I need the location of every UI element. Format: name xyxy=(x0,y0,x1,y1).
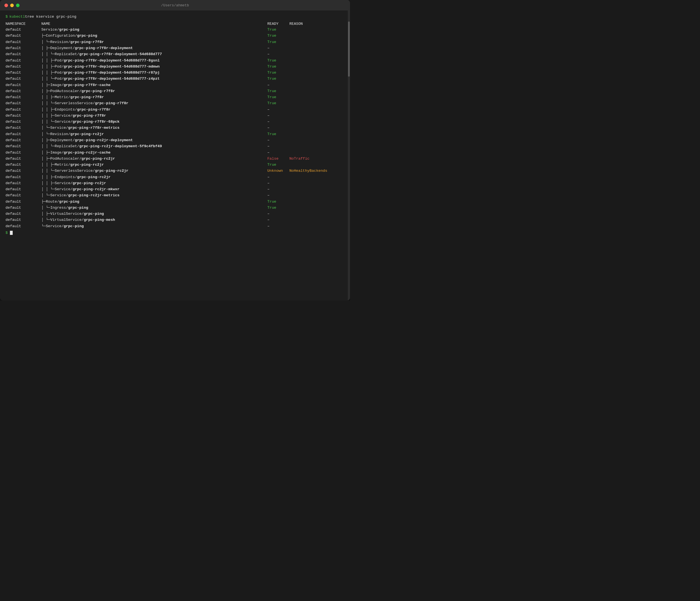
row-name: │ ├─Image/grpc-ping-r7f8r-cache xyxy=(41,82,267,88)
table-row: default└─Service/grpc-ping– xyxy=(5,223,345,230)
row-name: │ ├─Image/grpc-ping-rc2jr-cache xyxy=(41,150,267,156)
row-namespace: default xyxy=(5,180,41,186)
row-namespace: default xyxy=(5,168,41,174)
table-row: defaultService/grpc-pingTrue xyxy=(5,27,345,33)
row-reason xyxy=(290,88,345,94)
row-name: │ └─VirtualService/grpc-ping-mesh xyxy=(41,217,267,223)
row-namespace: default xyxy=(5,88,41,94)
row-ready: True xyxy=(267,70,290,76)
table-row: default│ │ └─Service/grpc-ping-r7f8r-68p… xyxy=(5,119,345,125)
row-reason xyxy=(290,186,345,192)
table-row: default│ ├─PodAutoscaler/grpc-ping-r7f8r… xyxy=(5,88,345,94)
row-namespace: default xyxy=(5,162,41,168)
table-row: default│ │ └─ReplicaSet/grpc-ping-rc2jr-… xyxy=(5,143,345,149)
row-ready: – xyxy=(267,150,290,156)
row-name: │ └─Service/grpc-ping-rc2jr-metrics xyxy=(41,192,267,198)
row-name: │ │ ├─Metric/grpc-ping-rc2jr xyxy=(41,162,267,168)
row-ready: True xyxy=(267,76,290,82)
row-reason xyxy=(290,199,345,205)
maximize-button[interactable] xyxy=(16,4,20,7)
row-reason xyxy=(290,150,345,156)
row-reason xyxy=(290,217,345,223)
row-reason xyxy=(290,57,345,64)
row-name: │ └─Service/grpc-ping-r7f8r-metrics xyxy=(41,125,267,131)
row-name: │ │ └─ServerlessService/grpc-ping-rc2jr xyxy=(41,168,267,174)
row-ready: – xyxy=(267,119,290,125)
row-reason xyxy=(290,70,345,76)
row-ready: – xyxy=(267,186,290,192)
row-reason xyxy=(290,211,345,217)
row-ready: True xyxy=(267,131,290,137)
terminal-window: /Users/ahmetb $ kubectl tree kservice gr… xyxy=(0,0,350,300)
row-ready: True xyxy=(267,205,290,211)
window-title: /Users/ahmetb xyxy=(161,3,189,7)
table-row: default│ │ └─ReplicaSet/grpc-ping-r7f8r-… xyxy=(5,51,345,57)
command-args: tree kservice grpc-ping xyxy=(25,14,76,20)
row-name: │ │ ├─Endpoints/grpc-ping-rc2jr xyxy=(41,174,267,180)
row-name: │ │ └─ServerlessService/grpc-ping-r7f8r xyxy=(41,100,267,106)
table-row: default│ └─Revision/grpc-ping-rc2jrTrue xyxy=(5,131,345,137)
table-row: default│ │ ├─Metric/grpc-ping-r7f8rTrue xyxy=(5,94,345,100)
row-ready: True xyxy=(267,94,290,100)
table-row: default│ └─VirtualService/grpc-ping-mesh… xyxy=(5,217,345,223)
table-row: default│ └─Service/grpc-ping-r7f8r-metri… xyxy=(5,125,345,131)
row-ready: – xyxy=(267,192,290,198)
row-name: │ └─Revision/grpc-ping-r7f8r xyxy=(41,39,267,45)
row-ready: – xyxy=(267,223,290,230)
row-reason xyxy=(290,131,345,137)
scrollbar[interactable] xyxy=(348,10,350,300)
row-reason: NoHealthyBackends xyxy=(290,168,345,174)
row-namespace: default xyxy=(5,150,41,156)
row-ready: – xyxy=(267,180,290,186)
prompt-symbol: $ xyxy=(5,14,8,20)
row-reason xyxy=(290,64,345,70)
row-namespace: default xyxy=(5,82,41,88)
table-row: default│ └─Ingress/grpc-pingTrue xyxy=(5,205,345,211)
table-row: default│ ├─Image/grpc-ping-r7f8r-cache– xyxy=(5,82,345,88)
scrollbar-thumb[interactable] xyxy=(348,22,350,77)
row-namespace: default xyxy=(5,100,41,106)
header-ready: READY xyxy=(267,21,290,27)
row-namespace: default xyxy=(5,131,41,137)
table-row: default│ ├─Image/grpc-ping-rc2jr-cache– xyxy=(5,150,345,156)
row-reason xyxy=(290,94,345,100)
row-reason xyxy=(290,113,345,119)
row-reason xyxy=(290,143,345,149)
row-ready: – xyxy=(267,143,290,149)
row-reason xyxy=(290,39,345,45)
row-name: │ ├─PodAutoscaler/grpc-ping-rc2jr xyxy=(41,156,267,162)
row-name: │ │ ├─Pod/grpc-ping-r7f8r-deployment-54d… xyxy=(41,70,267,76)
table-rows: defaultService/grpc-pingTruedefault├─Con… xyxy=(5,27,345,230)
terminal-content: $ kubectl tree kservice grpc-ping NAMESP… xyxy=(0,10,350,239)
row-name: │ │ └─Service/grpc-ping-r7f8r-68pck xyxy=(41,119,267,125)
row-namespace: default xyxy=(5,64,41,70)
row-reason xyxy=(290,27,345,33)
row-name: │ └─Revision/grpc-ping-rc2jr xyxy=(41,131,267,137)
row-namespace: default xyxy=(5,199,41,205)
table-row: default│ │ ├─Endpoints/grpc-ping-rc2jr– xyxy=(5,174,345,180)
table-row: default│ │ ├─Service/grpc-ping-rc2jr– xyxy=(5,180,345,186)
row-reason xyxy=(290,33,345,39)
row-name: Service/grpc-ping xyxy=(41,27,267,33)
header-namespace: NAMESPACE xyxy=(5,21,41,27)
row-ready: True xyxy=(267,57,290,64)
row-namespace: default xyxy=(5,156,41,162)
row-namespace: default xyxy=(5,174,41,180)
row-reason xyxy=(290,76,345,82)
row-namespace: default xyxy=(5,186,41,192)
row-namespace: default xyxy=(5,39,41,45)
row-reason xyxy=(290,119,345,125)
row-reason xyxy=(290,82,345,88)
table-row: default│ │ ├─Pod/grpc-ping-r7f8r-deploym… xyxy=(5,70,345,76)
row-ready: – xyxy=(267,107,290,113)
row-ready: – xyxy=(267,174,290,180)
cursor xyxy=(10,231,13,235)
table-row: default│ ├─PodAutoscaler/grpc-ping-rc2jr… xyxy=(5,156,345,162)
row-ready: – xyxy=(267,137,290,143)
table-row: default│ │ ├─Pod/grpc-ping-r7f8r-deploym… xyxy=(5,64,345,70)
row-reason xyxy=(290,45,345,51)
row-namespace: default xyxy=(5,113,41,119)
row-namespace: default xyxy=(5,51,41,57)
minimize-button[interactable] xyxy=(10,4,14,7)
close-button[interactable] xyxy=(4,4,8,7)
